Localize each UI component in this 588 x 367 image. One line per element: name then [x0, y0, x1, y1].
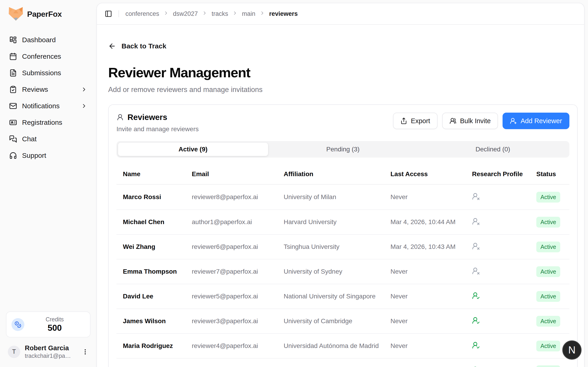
- avatar: T: [8, 346, 20, 358]
- user-icon: [116, 114, 124, 121]
- sidebar-item-registrations[interactable]: Registrations: [6, 115, 90, 130]
- sidebar-item-label: Registrations: [22, 119, 62, 126]
- status-badge: Active: [536, 365, 560, 367]
- table-row: Emily Davis reviewer2@paperfox.ai Prince…: [116, 358, 569, 367]
- breadcrumb-item-tracks[interactable]: tracks: [212, 10, 228, 17]
- sidebar-item-submissions[interactable]: Submissions: [6, 66, 90, 80]
- user-menu[interactable]: T Robert Garcia trackchair1@pa…: [6, 344, 90, 359]
- breadcrumb-item-main[interactable]: main: [242, 10, 255, 17]
- brand-logo[interactable]: PaperFox: [6, 7, 90, 21]
- user-x-icon: [472, 217, 536, 227]
- table-header: Name Email Affiliation Last Access Resea…: [116, 158, 569, 185]
- user-check-icon: [472, 292, 536, 301]
- main-content: Back to Track Reviewer Management Add or…: [97, 25, 584, 367]
- status-badge: Active: [536, 217, 560, 227]
- col-status: Status: [536, 170, 563, 178]
- col-email: Email: [192, 170, 284, 178]
- chevron-right-icon: [163, 10, 169, 16]
- status-badge: Active: [536, 242, 560, 252]
- chevron-right-icon: [202, 10, 208, 16]
- tab-active[interactable]: Active (9): [118, 143, 268, 156]
- sidebar-toggle-icon[interactable]: [105, 10, 112, 17]
- sidebar-item-support[interactable]: Support: [6, 148, 90, 163]
- reviewer-status-tabs: Active (9)Pending (3)Declined (0): [116, 141, 569, 158]
- user-email: trackchair1@pa…: [25, 352, 77, 359]
- panel-title: Reviewers: [128, 113, 167, 122]
- col-research-profile: Research Profile: [472, 170, 536, 178]
- user-check-icon: [472, 317, 536, 326]
- bulk-invite-button[interactable]: Bulk Invite: [442, 113, 498, 129]
- sidebar-item-label: Chat: [22, 135, 36, 143]
- sidebar-item-dashboard[interactable]: Dashboard: [6, 33, 90, 47]
- status-badge: Active: [536, 266, 560, 277]
- export-button[interactable]: Export: [393, 113, 438, 129]
- user-x-icon: [472, 267, 536, 276]
- panel-subtitle: Invite and manage reviewers: [116, 125, 199, 133]
- credits-value: 500: [24, 323, 85, 333]
- breadcrumb-item-dsw2027[interactable]: dsw2027: [173, 10, 198, 17]
- sidebar-nav: Dashboard Conferences Submissions Review…: [6, 33, 90, 163]
- table-row: Emma Thompson reviewer7@paperfox.ai Univ…: [116, 259, 569, 284]
- tab-pending[interactable]: Pending (3): [268, 143, 418, 156]
- page-subtitle: Add or remove reviewers and manage invit…: [108, 85, 578, 94]
- sidebar-item-label: Conferences: [22, 52, 61, 60]
- sidebar-item-label: Submissions: [22, 69, 61, 77]
- users-icon: [450, 117, 456, 124]
- breadcrumb: conferencesdsw2027tracksmainreviewers: [125, 10, 298, 17]
- chevron-right-icon: [259, 10, 265, 16]
- brand-name: PaperFox: [27, 10, 62, 19]
- credits-label: Credits: [24, 316, 85, 323]
- col-affiliation: Affiliation: [284, 170, 390, 178]
- sidebar-item-label: Reviews: [22, 85, 48, 93]
- user-x-icon: [472, 192, 536, 202]
- col-name: Name: [123, 170, 192, 178]
- sidebar: PaperFox Dashboard Conferences Submissio…: [0, 0, 96, 367]
- sidebar-item-chat[interactable]: Chat: [6, 132, 90, 146]
- status-badge: Active: [536, 192, 560, 202]
- table-row: Maria Rodriguez reviewer4@paperfox.ai Un…: [116, 333, 569, 358]
- sidebar-item-notifications[interactable]: Notifications: [6, 99, 90, 113]
- sidebar-item-label: Dashboard: [22, 36, 56, 44]
- floating-n-badge[interactable]: N: [562, 340, 582, 360]
- user-check-icon: [472, 341, 536, 351]
- user-x-icon: [472, 242, 536, 252]
- reviewers-panel: Reviewers Invite and manage reviewers Ex…: [108, 104, 578, 367]
- app-header: conferencesdsw2027tracksmainreviewers: [97, 3, 584, 25]
- user-check-icon: [472, 366, 536, 367]
- tab-declined[interactable]: Declined (0): [418, 143, 568, 156]
- sidebar-item-label: Support: [22, 152, 46, 159]
- back-link-label: Back to Track: [121, 42, 166, 50]
- status-badge: Active: [536, 291, 560, 302]
- table-row: Wei Zhang reviewer6@paperfox.ai Tsinghua…: [116, 234, 569, 259]
- breadcrumb-item-reviewers: reviewers: [269, 10, 298, 17]
- table-row: Marco Rossi reviewer8@paperfox.ai Univer…: [116, 185, 569, 209]
- arrow-left-icon: [108, 42, 116, 50]
- table-row: David Lee reviewer5@paperfox.ai National…: [116, 284, 569, 309]
- chevron-right-icon: [81, 86, 87, 93]
- app-root: PaperFox Dashboard Conferences Submissio…: [0, 0, 588, 367]
- user-plus-icon: [510, 117, 517, 124]
- status-badge: Active: [536, 316, 560, 327]
- sidebar-item-label: Notifications: [22, 102, 60, 110]
- status-badge: Active: [536, 341, 560, 351]
- coins-icon: [11, 318, 24, 331]
- back-to-track-link[interactable]: Back to Track: [108, 42, 166, 50]
- add-reviewer-button[interactable]: Add Reviewer: [502, 113, 569, 129]
- content-shell: conferencesdsw2027tracksmainreviewers Ba…: [96, 3, 585, 367]
- credits-card[interactable]: Credits 500: [6, 311, 90, 337]
- user-name: Robert Garcia: [25, 344, 77, 352]
- sidebar-item-conferences[interactable]: Conferences: [6, 49, 90, 64]
- chevron-right-icon: [81, 103, 87, 109]
- col-last-access: Last Access: [390, 170, 472, 178]
- table-row: Michael Chen author1@paperfox.ai Harvard…: [116, 209, 569, 234]
- fox-icon: [8, 7, 23, 21]
- page-title: Reviewer Management: [108, 65, 578, 81]
- table-row: James Wilson reviewer3@paperfox.ai Unive…: [116, 309, 569, 333]
- sidebar-item-reviews[interactable]: Reviews: [6, 82, 90, 97]
- breadcrumb-item-conferences[interactable]: conferences: [125, 10, 159, 17]
- chevron-right-icon: [232, 10, 238, 16]
- header-divider: [119, 10, 119, 17]
- upload-icon: [400, 117, 407, 124]
- table-body: Marco Rossi reviewer8@paperfox.ai Univer…: [116, 185, 569, 367]
- kebab-menu-icon[interactable]: [82, 348, 89, 355]
